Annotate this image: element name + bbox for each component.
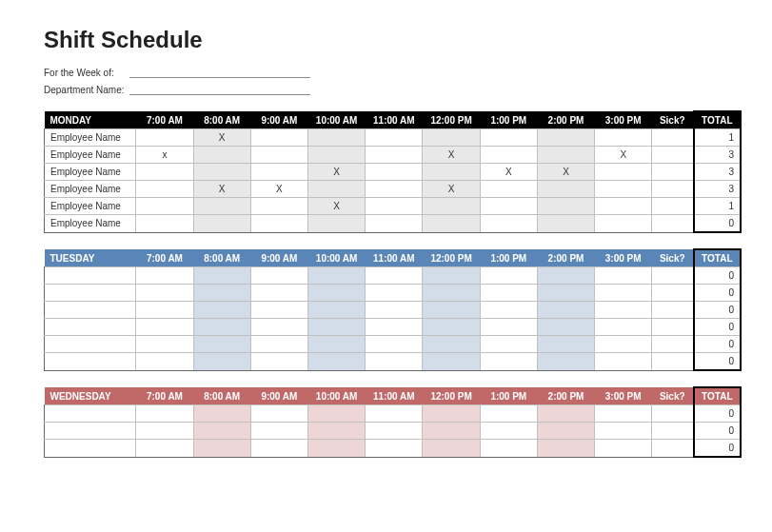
shift-cell[interactable] (595, 440, 652, 458)
shift-cell[interactable] (250, 267, 307, 285)
shift-cell[interactable] (366, 405, 423, 423)
shift-cell[interactable]: X (595, 147, 652, 164)
shift-cell[interactable] (423, 440, 480, 458)
shift-cell[interactable] (423, 336, 480, 353)
shift-cell[interactable] (480, 129, 537, 147)
shift-cell[interactable] (423, 319, 480, 336)
shift-cell[interactable] (250, 336, 307, 353)
shift-cell[interactable] (480, 267, 537, 285)
shift-cell[interactable] (537, 319, 594, 336)
sick-cell[interactable] (652, 405, 694, 423)
shift-cell[interactable] (595, 129, 652, 147)
shift-cell[interactable] (423, 423, 480, 440)
shift-cell[interactable] (366, 423, 423, 440)
shift-cell[interactable] (480, 285, 537, 302)
sick-cell[interactable] (652, 423, 694, 440)
shift-cell[interactable] (366, 215, 423, 233)
shift-cell[interactable] (595, 353, 652, 371)
shift-cell[interactable] (193, 302, 250, 319)
sick-cell[interactable] (652, 147, 694, 164)
shift-cell[interactable] (366, 147, 423, 164)
shift-cell[interactable]: x (136, 147, 193, 164)
shift-cell[interactable] (250, 147, 307, 164)
sick-cell[interactable] (652, 319, 694, 336)
shift-cell[interactable] (193, 164, 250, 181)
shift-cell[interactable]: X (480, 164, 537, 181)
shift-cell[interactable] (193, 423, 250, 440)
shift-cell[interactable] (537, 181, 594, 198)
shift-cell[interactable] (366, 181, 423, 198)
employee-name-cell[interactable]: Employee Name (45, 181, 136, 198)
shift-cell[interactable] (308, 215, 366, 233)
shift-cell[interactable] (308, 319, 366, 336)
sick-cell[interactable] (652, 198, 694, 215)
shift-cell[interactable] (250, 164, 307, 181)
shift-cell[interactable] (136, 164, 193, 181)
shift-cell[interactable] (537, 423, 594, 440)
shift-cell[interactable] (423, 302, 480, 319)
shift-cell[interactable] (480, 319, 537, 336)
employee-name-cell[interactable] (45, 423, 136, 440)
shift-cell[interactable] (366, 440, 423, 458)
sick-cell[interactable] (652, 267, 694, 285)
shift-cell[interactable] (595, 164, 652, 181)
shift-cell[interactable] (308, 147, 366, 164)
shift-cell[interactable] (136, 129, 193, 147)
shift-cell[interactable] (308, 129, 366, 147)
shift-cell[interactable] (250, 285, 307, 302)
shift-cell[interactable] (423, 164, 480, 181)
employee-name-cell[interactable]: Employee Name (45, 164, 136, 181)
shift-cell[interactable] (480, 147, 537, 164)
shift-cell[interactable] (193, 353, 250, 371)
shift-cell[interactable] (480, 423, 537, 440)
shift-cell[interactable] (308, 336, 366, 353)
sick-cell[interactable] (652, 181, 694, 198)
sick-cell[interactable] (652, 302, 694, 319)
shift-cell[interactable] (423, 267, 480, 285)
shift-cell[interactable] (250, 353, 307, 371)
shift-cell[interactable] (537, 302, 594, 319)
shift-cell[interactable] (308, 285, 366, 302)
shift-cell[interactable] (193, 267, 250, 285)
shift-cell[interactable] (366, 164, 423, 181)
shift-cell[interactable] (595, 336, 652, 353)
shift-cell[interactable] (136, 181, 193, 198)
shift-cell[interactable] (193, 215, 250, 233)
shift-cell[interactable] (480, 198, 537, 215)
shift-cell[interactable] (537, 215, 594, 233)
shift-cell[interactable]: X (193, 181, 250, 198)
shift-cell[interactable] (250, 129, 307, 147)
shift-cell[interactable] (136, 285, 193, 302)
sick-cell[interactable] (652, 285, 694, 302)
shift-cell[interactable] (537, 147, 594, 164)
shift-cell[interactable] (308, 423, 366, 440)
shift-cell[interactable] (250, 302, 307, 319)
shift-cell[interactable] (250, 405, 307, 423)
shift-cell[interactable] (537, 129, 594, 147)
employee-name-cell[interactable] (45, 285, 136, 302)
shift-cell[interactable] (537, 440, 594, 458)
shift-cell[interactable] (366, 353, 423, 371)
shift-cell[interactable] (537, 198, 594, 215)
shift-cell[interactable] (193, 319, 250, 336)
shift-cell[interactable] (537, 267, 594, 285)
employee-name-cell[interactable] (45, 353, 136, 371)
shift-cell[interactable] (423, 353, 480, 371)
shift-cell[interactable] (136, 302, 193, 319)
shift-cell[interactable] (480, 336, 537, 353)
employee-name-cell[interactable]: Employee Name (45, 198, 136, 215)
employee-name-cell[interactable] (45, 302, 136, 319)
employee-name-cell[interactable]: Employee Name (45, 129, 136, 147)
shift-cell[interactable] (308, 440, 366, 458)
shift-cell[interactable] (423, 198, 480, 215)
shift-cell[interactable] (480, 405, 537, 423)
shift-cell[interactable] (250, 440, 307, 458)
shift-cell[interactable] (595, 181, 652, 198)
employee-name-cell[interactable] (45, 267, 136, 285)
shift-cell[interactable]: X (308, 198, 366, 215)
shift-cell[interactable] (250, 319, 307, 336)
employee-name-cell[interactable]: Employee Name (45, 215, 136, 233)
sick-cell[interactable] (652, 164, 694, 181)
sick-cell[interactable] (652, 215, 694, 233)
shift-cell[interactable] (136, 319, 193, 336)
